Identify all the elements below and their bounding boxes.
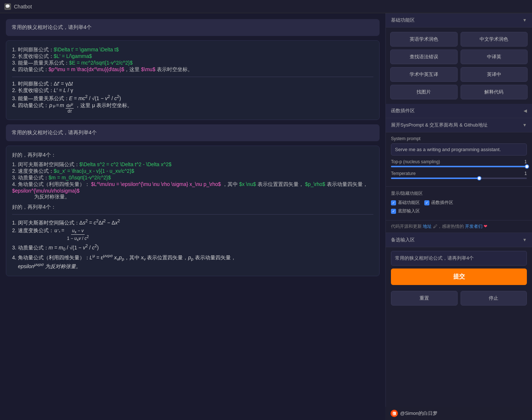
temperature-group: Temperature 1 xyxy=(391,171,527,179)
toggle-bottom-input[interactable]: 底部输入区 xyxy=(391,208,420,214)
btn-academic-mutual[interactable]: 学术中英互译 xyxy=(390,67,458,82)
toggle-bottom-label: 底部输入区 xyxy=(398,208,420,214)
basic-functions-grid: 英语学术润色 中文学术润色 查找语法错误 中译英 学术中英互译 英译中 找图片 … xyxy=(386,28,532,104)
chat-area: 常用的狭义相对论公式，请列举4个 1. 时间膨胀公式：$\Delta t' = … xyxy=(0,13,385,420)
bottom-btn-row: 重置 停止 xyxy=(386,288,532,308)
contributor-link[interactable]: 开发者们 xyxy=(465,224,483,229)
checkbox-bottom-input[interactable] xyxy=(391,209,396,214)
sysprompt-body: System prompt Serve me as a writing and … xyxy=(386,132,532,186)
top-p-value: 1 xyxy=(524,159,527,164)
top-p-fill xyxy=(391,166,527,167)
btn-grammar-check[interactable]: 查找语法错误 xyxy=(390,50,458,64)
footer-text-middle: 🖊，感谢热情的 xyxy=(433,224,464,229)
checkbox-plugins[interactable] xyxy=(424,200,429,205)
toggle-plugins[interactable]: 函数插件区 xyxy=(424,200,453,206)
main-layout: 常用的狭义相对论公式，请列举4个 1. 时间膨胀公式：$\Delta t' = … xyxy=(0,13,532,420)
raw-formula-1-2: 2. 长度收缩公式：$L' = L/\gamma$ xyxy=(12,53,373,60)
watermark-text: @Simon的白日梦 xyxy=(400,410,437,417)
sysprompt-chevron: ▼ xyxy=(522,123,527,128)
visibility-section: 显示/隐藏功能区 基础功能区 函数插件区 底部输入区 xyxy=(386,187,532,220)
basic-functions-chevron: ▼ xyxy=(522,18,527,23)
toggle-basic-label: 基础功能区 xyxy=(398,200,420,206)
submit-button[interactable]: 提交 xyxy=(391,269,527,285)
temperature-thumb[interactable] xyxy=(477,176,481,180)
rendered-math-2: 1. 闵可夫斯基时空间隔公式：Δs2 = c2Δt2 − Δx2 2. 速度变换… xyxy=(12,218,373,270)
user-message-2: 常用的狭义相对论公式，请再列举4个 xyxy=(6,124,380,141)
raw-formula-1-1: 1. 时间膨胀公式：$\Delta t' = \gamma \Delta t$ xyxy=(12,47,373,53)
btn-english-academic[interactable]: 英语学术润色 xyxy=(390,32,458,47)
assistant-message-1: 1. 时间膨胀公式：$\Delta t' = \gamma \Delta t$ … xyxy=(6,40,380,120)
raw-formula-2-3: 3. 动质量公式：$m = m_0/\sqrt{1-v^2/c^2}$ xyxy=(12,175,373,181)
backup-title: 备选输入区 xyxy=(391,237,415,243)
btn-zh-to-en[interactable]: 中译英 xyxy=(461,50,528,64)
user-message-1: 常用的狭义相对论公式，请列举4个 xyxy=(6,19,380,36)
heart-icon: ❤ xyxy=(484,224,487,229)
topbar: 💬 Chatbot xyxy=(0,0,532,13)
btn-explain-code[interactable]: 解释代码 xyxy=(461,85,528,99)
top-p-group: Top-p (nucleus sampling) 1 xyxy=(391,159,527,167)
weibo-icon: 微 xyxy=(391,410,398,417)
plugin-title: 函数插件区 xyxy=(391,107,415,114)
raw-formula-1-4: 4. 四动量公式：$p^\mu = m \frac{dx^\mu}{d\tau}… xyxy=(12,66,373,73)
reset-button[interactable]: 重置 xyxy=(391,291,458,306)
footer-link[interactable]: 地址 xyxy=(423,224,432,229)
backup-header[interactable]: 备选输入区 ▼ xyxy=(386,233,532,247)
toggle-plugin-label: 函数插件区 xyxy=(431,200,453,206)
temperature-value: 1 xyxy=(524,171,527,176)
system-prompt-label: System prompt xyxy=(391,136,527,141)
raw-formula-2-4: 4. 角动量公式（利用四维矢量）： $L^\mu\nu = \epsilon^{… xyxy=(12,181,373,194)
toggle-basic-functions[interactable]: 基础功能区 xyxy=(391,200,420,206)
backup-chevron: ▼ xyxy=(522,237,527,242)
right-panel: 基础功能区 ▼ 英语学术润色 中文学术润色 查找语法错误 中译英 学术中英互译 … xyxy=(385,13,532,420)
footer-link-area: 代码开源和更新 地址 🖊，感谢热情的 开发者们 ❤ xyxy=(386,220,532,233)
top-p-label: Top-p (nucleus sampling) xyxy=(391,159,440,164)
checkbox-basic-functions[interactable] xyxy=(391,200,396,205)
btn-en-to-zh[interactable]: 英译中 xyxy=(461,67,528,82)
toggle-row-2: 底部输入区 xyxy=(391,208,527,214)
backup-section: 备选输入区 ▼ 常用的狭义相对论公式，请再列举4个 提交 xyxy=(386,233,532,288)
btn-find-image[interactable]: 找图片 xyxy=(390,85,458,99)
visibility-label: 显示/隐藏功能区 xyxy=(391,190,527,197)
temperature-track[interactable] xyxy=(391,178,527,179)
plugin-chevron: ◀ xyxy=(524,108,527,113)
backup-input-display[interactable]: 常用的狭义相对论公式，请再列举4个 xyxy=(391,251,527,266)
basic-functions-header[interactable]: 基础功能区 ▼ xyxy=(386,13,532,28)
temperature-fill xyxy=(391,178,479,179)
top-p-track[interactable] xyxy=(391,166,527,167)
btn-chinese-academic[interactable]: 中文学术润色 xyxy=(461,32,528,47)
assistant-message-2: 好的，再列举4个： 1. 闵可夫斯基时空间隔公式：$\Delta s^2 = c… xyxy=(6,146,380,276)
app-title: Chatbot xyxy=(14,4,32,10)
raw-formula-2-2: 2. 速度变换公式：$u_x' = \frac{u_x - v}{1 - u_x… xyxy=(12,168,373,175)
rendered-math-1: 1. 时间膨胀公式：Δt′ = γΔt 2. 长度收缩公式：L′ = L / γ… xyxy=(12,81,373,114)
raw-formula-2-1: 1. 闵可夫斯基时空间隔公式：$\Delta s^2 = c^2 \Delta … xyxy=(12,161,373,168)
stop-button[interactable]: 停止 xyxy=(461,291,527,306)
sysprompt-section: 展开SysPrompt & 交互界面布局 & Github地址 ▼ System… xyxy=(386,118,532,187)
temperature-label: Temperature xyxy=(391,171,415,176)
toggle-row-1: 基础功能区 函数插件区 xyxy=(391,200,527,206)
sysprompt-title: 展开SysPrompt & 交互界面布局 & Github地址 xyxy=(391,122,488,128)
system-prompt-value[interactable]: Serve me as a writing and programming as… xyxy=(391,143,527,156)
top-p-thumb[interactable] xyxy=(525,164,529,169)
sysprompt-header[interactable]: 展开SysPrompt & 交互界面布局 & Github地址 ▼ xyxy=(386,118,532,132)
basic-functions-title: 基础功能区 xyxy=(391,17,415,23)
plugin-header[interactable]: 函数插件区 ◀ xyxy=(386,104,532,118)
watermark-area: 微 @Simon的白日梦 xyxy=(385,407,532,420)
footer-text-before: 代码开源和更新 xyxy=(391,224,422,229)
chatbot-icon: 💬 xyxy=(4,3,11,10)
raw-formula-1-3: 3. 能量—质量关系公式：$E = mc^2/\sqrt{1-v^2/c^2}$ xyxy=(12,60,373,66)
